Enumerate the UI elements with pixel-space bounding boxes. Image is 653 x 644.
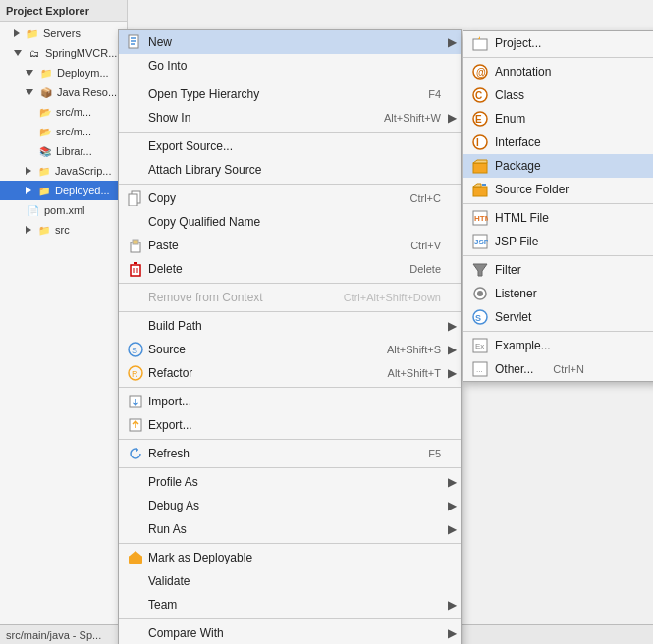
svg-rect-22 (473, 39, 487, 50)
menu-label-comparewith: Compare With (148, 626, 441, 640)
menu-item-showin[interactable]: Show In Alt+Shift+W ▶ (119, 106, 461, 130)
tree-label: Deployed... (55, 185, 110, 196)
menu-item-attachlibsource[interactable]: Attach Library Source (119, 158, 461, 182)
menu-label-profileas: Profile As (148, 475, 441, 489)
submenu-item-filter[interactable]: Filter (463, 258, 653, 282)
menu-label-showin: Show In (148, 111, 364, 125)
empty-icon (127, 213, 144, 231)
filter-icon (471, 261, 489, 279)
svg-text:S: S (475, 313, 481, 323)
separator-1 (119, 80, 461, 80)
menu-label-refactor: Refactor (148, 366, 368, 380)
menu-item-refactor[interactable]: R Refactor Alt+Shift+T ▶ (119, 361, 461, 385)
tree-label: src/m... (56, 106, 91, 118)
servlet-icon: S (471, 308, 489, 326)
tree-item-springmvc[interactable]: 🗂 SpringMVCR... (0, 43, 127, 63)
svg-text:HTML: HTML (474, 214, 488, 223)
menu-label-copy: Copy (148, 191, 391, 205)
project-explorer-header: Project Explorer (0, 0, 127, 22)
empty-icon (127, 624, 144, 642)
submenu-separator-3 (463, 255, 653, 256)
menu-item-copyqualifiedname[interactable]: Copy Qualified Name (119, 210, 461, 234)
menu-item-export[interactable]: Export... (119, 413, 461, 437)
menu-item-refresh[interactable]: Refresh F5 (119, 442, 461, 465)
separator-5 (119, 311, 461, 312)
empty-icon (127, 596, 144, 614)
menu-item-source[interactable]: S Source Alt+Shift+S ▶ (119, 338, 461, 361)
tree-item-deploym[interactable]: 📁 Deploym... (0, 63, 127, 82)
tree-label: src (55, 224, 70, 236)
submenu-item-sourcefolder[interactable]: Source Folder (463, 178, 653, 201)
tree-item-srcm1[interactable]: 📂 src/m... (0, 102, 127, 122)
source-icon: S (127, 341, 144, 358)
submenu-separator-4 (463, 331, 653, 332)
menu-label-delete: Delete (148, 262, 390, 276)
tree-label: SpringMVCR... (45, 47, 117, 59)
tree-item-srcm2[interactable]: 📂 src/m... (0, 122, 127, 141)
svg-rect-5 (129, 194, 137, 206)
menu-label-refresh: Refresh (148, 447, 408, 460)
menu-item-new[interactable]: New ▶ (119, 30, 461, 54)
tree-label: pom.xml (44, 204, 85, 216)
menu-item-validate[interactable]: Validate (119, 569, 461, 593)
tree-item-pomxml[interactable]: 📄 pom.xml (0, 200, 127, 220)
jsp-icon: JSP (471, 233, 489, 250)
tree-item-librar[interactable]: 📚 Librar... (0, 141, 127, 161)
tree-item-servers[interactable]: 📁 Servers (0, 24, 127, 43)
svg-rect-34 (473, 187, 487, 196)
submenu-item-class[interactable]: C Class (463, 83, 653, 107)
menu-item-runas[interactable]: Run As ▶ (119, 517, 461, 541)
empty-icon (127, 473, 144, 491)
submenu-item-other[interactable]: ... Other... Ctrl+N (463, 357, 653, 381)
menu-item-import[interactable]: Import... (119, 390, 461, 413)
menu-label-copyqualifiedname: Copy Qualified Name (148, 215, 441, 229)
menu-label-validate: Validate (148, 574, 441, 588)
submenu-arrow: ▶ (448, 343, 457, 356)
tree-item-src[interactable]: 📁 src (0, 220, 127, 240)
menu-label-exportsource: Export Source... (148, 139, 441, 153)
shortcut-copy: Ctrl+C (410, 192, 441, 204)
menu-item-opentypehierarchy[interactable]: Open Type Hierarchy F4 (119, 82, 461, 106)
menu-item-copy[interactable]: Copy Ctrl+C (119, 187, 461, 210)
separator-10 (119, 618, 461, 619)
menu-item-paste[interactable]: Paste Ctrl+V (119, 234, 461, 257)
menu-item-comparewith[interactable]: Compare With ▶ (119, 621, 461, 644)
submenu-label-annotation: Annotation (495, 65, 551, 79)
submenu-item-jspfile[interactable]: JSP JSP File (463, 230, 653, 253)
project-explorer-panel: Project Explorer 📁 Servers 🗂 SpringMVCR.… (0, 0, 128, 644)
listener-icon (471, 285, 489, 302)
menu-item-removefromcontext[interactable]: Remove from Context Ctrl+Alt+Shift+Down (119, 286, 461, 309)
separator-7 (119, 439, 461, 440)
xml-icon: 📄 (26, 202, 41, 218)
submenu-item-htmlfile[interactable]: HTML HTML File (463, 206, 653, 230)
menu-item-delete[interactable]: Delete Delete (119, 257, 461, 281)
menu-item-gointo[interactable]: Go Into (119, 54, 461, 78)
project-explorer-title: Project Explorer (6, 5, 89, 17)
example-icon: Ex (471, 337, 489, 354)
submenu-item-annotation[interactable]: @ Annotation (463, 60, 653, 83)
svg-text:R: R (132, 369, 138, 379)
submenu-new: Project... @ Annotation C Class E Enum I (463, 30, 653, 382)
menu-item-markasdeployable[interactable]: Mark as Deployable (119, 546, 461, 569)
svg-point-43 (477, 291, 483, 296)
menu-label-new: New (148, 35, 441, 49)
submenu-item-interface[interactable]: I Interface (463, 131, 653, 154)
source-folder-icon (471, 181, 489, 198)
menu-label-source: Source (148, 343, 367, 356)
submenu-item-servlet[interactable]: S Servlet (463, 305, 653, 329)
tree-item-javascript[interactable]: 📁 JavaScrip... (0, 161, 127, 181)
menu-item-buildpath[interactable]: Build Path ▶ (119, 314, 461, 338)
submenu-item-enum[interactable]: E Enum (463, 107, 653, 131)
menu-item-team[interactable]: Team ▶ (119, 593, 461, 617)
menu-item-debugas[interactable]: Debug As ▶ (119, 494, 461, 517)
tree-item-deployed[interactable]: 📁 Deployed... (0, 181, 127, 200)
menu-item-exportsource[interactable]: Export Source... (119, 134, 461, 158)
menu-item-profileas[interactable]: Profile As ▶ (119, 470, 461, 494)
submenu-item-package[interactable]: Package (463, 154, 653, 178)
refactor-icon: R (127, 364, 144, 382)
tree-label: JavaScrip... (55, 165, 111, 177)
submenu-item-listener[interactable]: Listener (463, 282, 653, 305)
tree-item-javares[interactable]: 📦 Java Reso... (0, 82, 127, 102)
submenu-item-project[interactable]: Project... (463, 31, 653, 55)
submenu-item-example[interactable]: Ex Example... (463, 334, 653, 357)
